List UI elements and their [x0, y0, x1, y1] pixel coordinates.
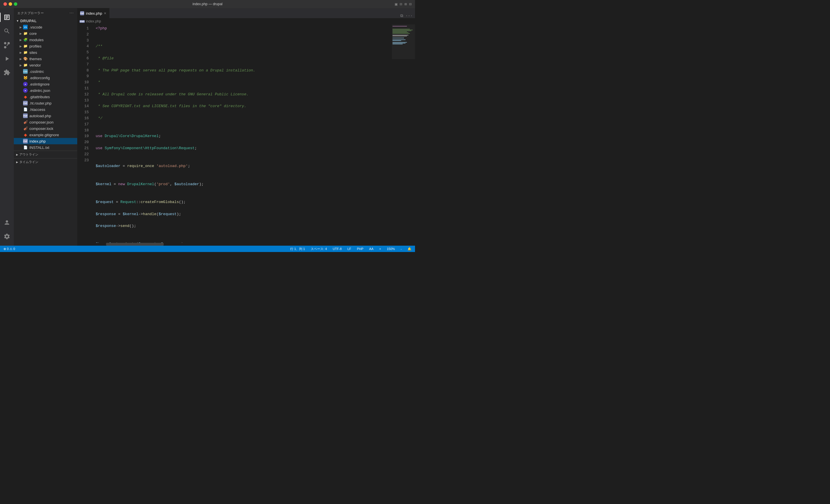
composerjson-label: composer.json	[29, 120, 54, 125]
minimize-button[interactable]	[9, 2, 12, 6]
minimap	[392, 25, 415, 243]
position-label: 行 1、列 1	[290, 247, 305, 251]
sidebar-item-themes[interactable]: ▶ 🎨 themes	[14, 56, 77, 62]
composer-json-icon: 🎻	[23, 120, 28, 125]
scrollbar-thumb[interactable]	[106, 243, 164, 246]
sidebar-item-core[interactable]: ▶ 📁 core	[14, 30, 77, 37]
activity-search[interactable]	[0, 24, 14, 38]
sidebar-item-htrouter[interactable]: ▶ PHP .ht.router.php	[14, 100, 77, 106]
activity-settings[interactable]	[0, 230, 14, 243]
folder-chevron-icon: ▶	[20, 45, 22, 48]
status-left: ⊗ 0 ⚠ 0	[2, 246, 16, 252]
status-aa[interactable]: AA	[368, 246, 375, 252]
timeline-toggle[interactable]: ▶ タイムライン	[14, 158, 77, 166]
folder-chevron-icon: ▶	[20, 51, 22, 54]
status-errors[interactable]: ⊗ 0 ⚠ 0	[2, 246, 16, 252]
indexphp-label: index.php	[29, 139, 45, 143]
close-button[interactable]	[3, 2, 7, 6]
composerlock-label: composer.lock	[29, 127, 53, 131]
more-icon[interactable]: ⊟	[409, 2, 412, 7]
sidebar-item-sites[interactable]: ▶ 📁 sites	[14, 49, 77, 56]
profiles-label: profiles	[29, 44, 41, 48]
activity-extensions[interactable]	[0, 66, 14, 79]
sidebar-title: エクスプローラー	[17, 11, 44, 15]
themes-label: themes	[29, 57, 42, 61]
svg-rect-16	[392, 25, 415, 59]
folder-chevron-icon: ▶	[20, 38, 22, 41]
status-language[interactable]: PHP	[356, 246, 364, 252]
activity-run[interactable]	[0, 52, 14, 66]
sidebar-item-eslintrcjson[interactable]: ▶ ● .eslintrc.json	[14, 87, 77, 94]
modules-icon: 🧩	[23, 37, 28, 42]
horizontal-scrollbar[interactable]	[77, 243, 415, 246]
sidebar-item-modules[interactable]: ▶ 🧩 modules	[14, 37, 77, 43]
sidebar-item-profiles[interactable]: ▶ 📁 profiles	[14, 43, 77, 49]
timeline-chevron-icon: ▶	[16, 161, 18, 164]
sidebar-item-installtxt[interactable]: ▶ 📄 INSTALL.txt	[14, 144, 77, 150]
sidebar-item-autoload[interactable]: ▶ PHP autoload.php	[14, 112, 77, 119]
status-position[interactable]: 行 1、列 1	[289, 246, 306, 252]
gitattributes-label: .gitattributes	[29, 95, 50, 99]
maximize-button[interactable]	[14, 2, 17, 6]
sidebar-item-vendor[interactable]: ▶ 📁 vendor	[14, 62, 77, 68]
vendor-label: vendor	[29, 63, 41, 67]
folder-chevron-icon: ▶	[20, 32, 22, 35]
sidebar-item-examplegitignore[interactable]: ▶ ◆ example.gitignore	[14, 132, 77, 138]
sites-label: sites	[29, 51, 37, 55]
sidebar-menu-button[interactable]: ···	[69, 10, 74, 15]
status-zoom-minus[interactable]: -	[400, 246, 403, 252]
sidebar-item-indexphp[interactable]: ▶ PHP index.php	[14, 138, 77, 144]
spaces-label: スペース: 4	[311, 247, 327, 251]
sidebar: エクスプローラー ··· ▼ DRUPAL ▶ VS .vscode ▶ 📁 c…	[14, 8, 77, 246]
zoom-label: 150%	[387, 247, 395, 250]
breadcrumb-label: index.php	[86, 19, 101, 23]
sidebar-item-csslintrc[interactable]: ▶ CSS .csslintrc	[14, 68, 77, 75]
zoom-minus-label: -	[401, 247, 402, 250]
editorconfig-label: .editorconfig	[29, 76, 50, 80]
sidebar-item-vscode[interactable]: ▶ VS .vscode	[14, 24, 77, 30]
folder-chevron-icon: ▶	[20, 57, 22, 61]
status-notifications[interactable]: 🔔	[406, 246, 413, 252]
sidebar-item-eslintignore[interactable]: ▶ ● .eslintignore	[14, 81, 77, 87]
sidebar-item-gitattributes[interactable]: ▶ ◆ .gitattributes	[14, 94, 77, 100]
status-line-ending[interactable]: LF	[346, 246, 352, 252]
sidebar-item-composerlock[interactable]: ▶ 🎻 composer.lock	[14, 125, 77, 132]
status-zoom-level[interactable]: 150%	[386, 246, 396, 252]
status-zoom-plus[interactable]: +	[378, 246, 382, 252]
git-icon: ◆	[23, 95, 28, 99]
tab-php-icon: PHP	[80, 11, 84, 15]
folder-icon: 📁	[23, 50, 28, 55]
more-actions-icon[interactable]: ···	[406, 13, 413, 18]
php-icon: PHP	[23, 101, 28, 105]
drupal-root-folder[interactable]: ▼ DRUPAL	[14, 18, 77, 24]
folder-icon: 📁	[23, 31, 28, 36]
eslintignore-label: .eslintignore	[29, 82, 50, 87]
sidebar-header: エクスプローラー ···	[14, 8, 77, 18]
sidebar-item-htaccess[interactable]: ▶ 📄 .htaccess	[14, 106, 77, 112]
file-icon: 📄	[23, 107, 28, 112]
status-bar: ⊗ 0 ⚠ 0 行 1、列 1 スペース: 4 UTF-8 LF PHP AA …	[0, 246, 415, 252]
editor: 1 2 3 4 5 6 7 8 9 10 11 12 13 14 15 16 1…	[77, 25, 415, 243]
status-encoding[interactable]: UTF-8	[331, 246, 343, 252]
tab-indexphp[interactable]: PHP index.php ×	[77, 8, 109, 18]
txt-icon: 📄	[23, 145, 28, 150]
split-editor-icon[interactable]: ⧉	[400, 13, 403, 18]
error-count: 0	[7, 247, 9, 250]
editor-area: PHP index.php × ⧉ ··· PHP index.php 1 2 …	[77, 8, 415, 246]
activity-avatar[interactable]	[0, 216, 14, 230]
activity-source-control[interactable]	[0, 38, 14, 52]
outline-toggle[interactable]: ▶ アウトライン	[14, 151, 77, 158]
htaccess-label: .htaccess	[29, 107, 45, 112]
status-spaces[interactable]: スペース: 4	[310, 246, 328, 252]
window-controls[interactable]	[3, 2, 17, 6]
code-editor[interactable]: <?php /** * @file * The PHP page that se…	[91, 25, 392, 243]
split-icon[interactable]: ⊞	[404, 2, 407, 7]
layout-icon[interactable]: ⊟	[400, 2, 402, 7]
csslintrc-label: .csslintrc	[29, 69, 44, 74]
sidebar-item-composerjson[interactable]: ▶ 🎻 composer.json	[14, 119, 77, 125]
sidebar-item-editorconfig[interactable]: ▶ 🐱 .editorconfig	[14, 75, 77, 81]
tab-close-button[interactable]: ×	[104, 11, 106, 15]
breadcrumb-file: PHP index.php	[79, 19, 101, 23]
activity-explorer[interactable]	[0, 10, 14, 24]
sidebar-toggle-icon[interactable]: ▣	[395, 2, 397, 7]
